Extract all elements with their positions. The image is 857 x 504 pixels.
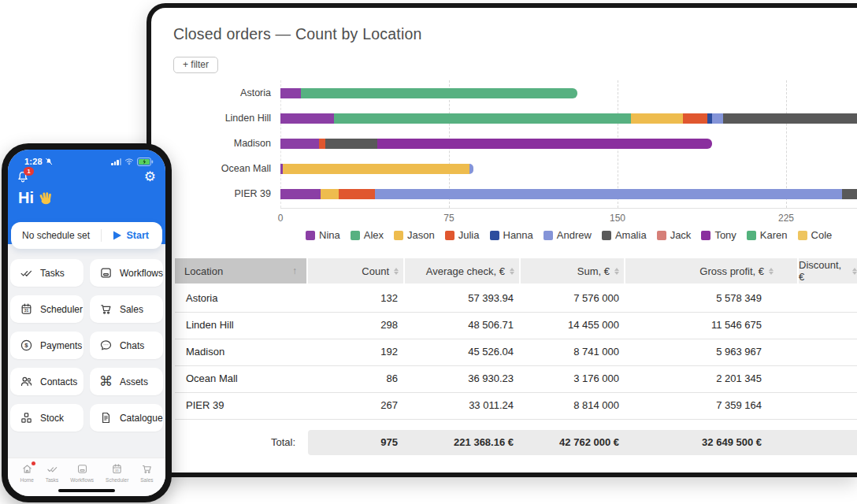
nav-item-label: Home [20,477,33,483]
x-axis-tick-label: 150 [610,213,625,224]
add-filter-button[interactable]: + filter [173,57,218,73]
wifi-icon [124,157,134,166]
scheduler-icon: 31 [20,302,33,316]
menu-item-chats[interactable]: Chats [90,332,163,359]
bar-segment-julia[interactable] [319,139,326,149]
workflows-icon [76,463,88,475]
nav-item-label: Scheduler [106,477,128,483]
dashboard-window: Closed orders — Count by Location + filt… [147,3,857,477]
menu-item-scheduler[interactable]: 31Scheduler [10,295,83,323]
menu-item-workflows[interactable]: Workflows [90,259,163,287]
bar-segment-amalia[interactable] [842,189,857,199]
column-header-gross-profit[interactable]: Gross profit, € [625,258,797,284]
schedule-card[interactable]: No schedule set Start [11,222,162,249]
notifications-button[interactable]: 1 [16,170,30,184]
menu-item-assets[interactable]: ⌘Assets [90,368,163,395]
legend-label: Jack [670,229,692,241]
home-indicator[interactable] [58,489,115,493]
legend-item-jack[interactable]: Jack [657,229,692,241]
bar-segment-amalia[interactable] [723,113,857,124]
legend-item-tony[interactable]: Tony [701,229,736,241]
mute-bell-icon [45,158,53,165]
table-cell: 11 546 675 [625,312,797,339]
stacked-bar[interactable] [280,189,857,199]
stacked-bar[interactable] [280,88,577,98]
menu-item-label: Workflows [120,268,163,279]
total-cell: 221 368.16 € [405,430,519,455]
table-row[interactable]: Ocean Mall8636 930.233 176 0002 201 345 [175,365,857,393]
legend-label: Julia [458,229,480,241]
nav-item-tasks[interactable]: Tasks [46,463,59,496]
table-row[interactable]: PIER 3926733 011.248 814 0007 359 164 [175,392,857,420]
table-cell [799,392,857,419]
legend-item-cole[interactable]: Cole [798,229,833,241]
bar-segment-nina[interactable] [280,139,319,149]
legend-item-julia[interactable]: Julia [445,229,480,241]
nav-item-home[interactable]: Home [20,463,33,496]
bar-segment-andrew[interactable] [712,113,723,124]
stacked-bar[interactable] [280,113,857,124]
total-cell [799,430,857,455]
bar-segment-jason[interactable] [321,189,339,199]
x-axis-tick-label: 225 [778,213,794,224]
column-header-location[interactable]: Location↑ [175,258,306,284]
report-title: Closed orders — Count by Location [173,25,422,43]
legend-swatch [747,231,756,240]
column-header-average-check[interactable]: Average check, € [405,258,519,284]
phone-screen: 1:28 1 [8,150,165,496]
bar-segment-nina[interactable] [280,113,334,124]
bar-segment-alex[interactable] [334,113,631,124]
menu-item-sales[interactable]: Sales [90,295,163,323]
settings-button[interactable]: ⚙ [144,170,156,184]
menu-item-stock[interactable]: Stock [10,404,83,432]
legend-label: Nina [319,229,340,241]
stacked-bar[interactable] [280,164,473,174]
legend-item-hanna[interactable]: Hanna [490,229,533,241]
nav-item-sales[interactable]: Sales [140,463,153,496]
table-cell [799,285,857,312]
column-header-discount[interactable]: Discount, € [799,258,857,284]
menu-item-tasks[interactable]: Tasks [10,259,83,287]
menu-item-label: Catalogue [120,413,163,424]
bar-segment-tony[interactable] [377,139,712,149]
bar-segment-andrew[interactable] [469,164,474,174]
stock-icon [20,411,33,424]
table-cell: 48 506.71 [405,312,519,339]
table-cell: 57 393.94 [405,285,519,312]
table-row[interactable]: Linden Hill29848 506.7114 455 00011 546 … [175,312,857,339]
bar-segment-jason[interactable] [631,113,683,124]
bar-segment-julia[interactable] [339,189,375,199]
bar-segment-julia[interactable] [683,113,707,124]
bar-segment-amalia[interactable] [325,139,377,149]
bar-segment-andrew[interactable] [375,189,842,199]
stacked-bar[interactable] [280,139,712,149]
bar-segment-alex[interactable] [301,88,577,98]
legend-swatch [657,231,666,240]
legend-item-karen[interactable]: Karen [747,229,788,241]
table-cell: 36 930.23 [405,365,519,392]
column-header-label: Gross profit, € [699,265,764,277]
table-row[interactable]: Madison19245 526.048 741 0005 963 967 [175,339,857,366]
nav-item-label: Sales [140,477,153,483]
legend-item-alex[interactable]: Alex [351,229,384,241]
menu-item-catalogue[interactable]: Catalogue [90,404,163,432]
table-row[interactable]: Astoria13257 393.947 576 0005 578 349 [175,285,857,313]
table-cell: 267 [308,392,403,419]
menu-item-contacts[interactable]: Contacts [10,368,83,395]
start-button[interactable]: Start [102,230,162,241]
column-header-sum[interactable]: Sum, € [521,258,624,284]
legend-item-andrew[interactable]: Andrew [544,229,592,241]
sort-ascending-icon: ↑ [292,265,297,276]
column-header-count[interactable]: Count [308,258,403,284]
table-cell: 5 963 967 [625,339,797,365]
legend-item-amalia[interactable]: Amalia [602,229,647,241]
legend-item-nina[interactable]: Nina [306,229,340,241]
sort-carets-icon [394,268,399,275]
legend-item-jason[interactable]: Jason [394,229,435,241]
bar-segment-nina[interactable] [280,189,321,199]
bar-segment-jason[interactable] [283,164,469,174]
bar-segment-nina[interactable] [280,88,301,98]
legend-label: Cole [811,229,833,241]
chart-category-label: Astoria [151,88,271,98]
menu-item-payments[interactable]: $Payments [10,332,83,359]
